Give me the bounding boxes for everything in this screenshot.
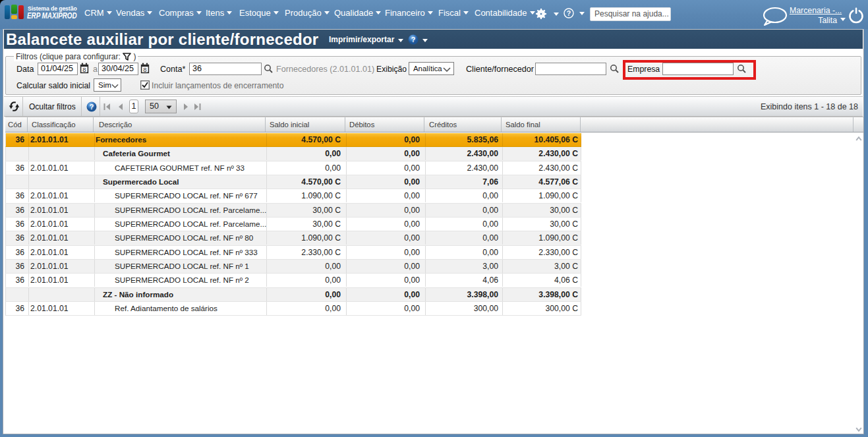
- svg-text:?: ?: [567, 9, 571, 17]
- svg-text:?: ?: [411, 36, 416, 44]
- svg-text:?: ?: [90, 103, 94, 111]
- svg-text:8: 8: [82, 66, 86, 73]
- svg-text:8: 8: [143, 66, 146, 73]
